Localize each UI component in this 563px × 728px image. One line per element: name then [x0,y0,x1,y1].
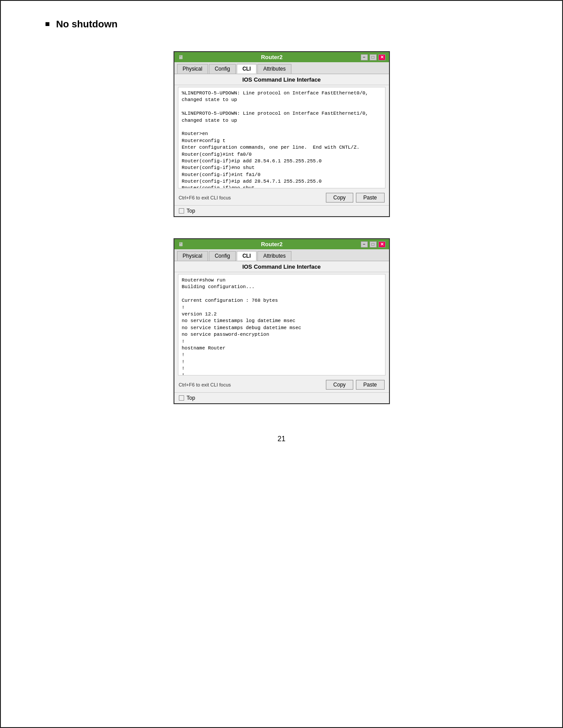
page: ■ No shutdown 🖥 Router2 – □ ✕ [0,0,563,728]
titlebar-controls-2: – □ ✕ [361,241,385,248]
maximize-btn-1[interactable]: □ [370,54,377,60]
top-checkbox-1[interactable] [179,208,184,214]
titlebar-controls-1: – □ ✕ [361,54,385,60]
copy-button-1[interactable]: Copy [326,193,353,203]
tab-physical-1[interactable]: Physical [177,64,208,74]
close-btn-1[interactable]: ✕ [378,54,385,60]
router-icon-1: 🖥 [178,54,183,60]
tab-config-2[interactable]: Config [209,251,236,261]
cli-area-1[interactable]: %LINEPROTO-5-UPDOWN: Line protocol on In… [178,87,385,188]
tab-attributes-2[interactable]: Attributes [257,251,291,261]
titlebar-2: 🖥 Router2 – □ ✕ [174,239,389,249]
minimize-btn-2[interactable]: – [361,241,368,248]
window-title-1: Router2 [183,54,361,60]
tab-attributes-1[interactable]: Attributes [257,64,291,74]
page-number: 21 [27,435,536,443]
section-title-1: IOS Command Line Interface [174,74,389,85]
router-window-1: 🖥 Router2 – □ ✕ Physical Config CLI Attr… [174,51,390,217]
top-label-1: Top [187,208,195,214]
cli-footer-1: Ctrl+F6 to exit CLI focus Copy Paste [174,190,389,205]
cli-hint-2: Ctrl+F6 to exit CLI focus [179,382,231,387]
window-title-2: Router2 [183,241,361,248]
router-icon-2: 🖥 [178,241,183,248]
top-label-2: Top [187,395,195,401]
btn-group-1: Copy Paste [326,193,385,203]
tab-cli-2[interactable]: CLI [237,251,257,261]
minimize-btn-1[interactable]: – [361,54,368,60]
titlebar-1: 🖥 Router2 – □ ✕ [174,52,389,62]
windows-wrapper: 🖥 Router2 – □ ✕ Physical Config CLI Attr… [27,43,536,417]
paste-button-1[interactable]: Paste [356,193,385,203]
tab-bar-1: Physical Config CLI Attributes [174,62,389,74]
cli-footer-2: Ctrl+F6 to exit CLI focus Copy Paste [174,377,389,392]
copy-button-2[interactable]: Copy [326,380,353,390]
window-footer-1: Top [174,205,389,216]
tab-physical-2[interactable]: Physical [177,251,208,261]
top-checkbox-2[interactable] [179,395,184,401]
tab-bar-2: Physical Config CLI Attributes [174,249,389,261]
tab-config-1[interactable]: Config [209,64,236,74]
bullet-icon: ■ [45,19,50,29]
btn-group-2: Copy Paste [326,380,385,390]
bullet-item: ■ No shutdown [45,19,117,30]
section-title-2: IOS Command Line Interface [174,261,389,272]
window-footer-2: Top [174,392,389,403]
maximize-btn-2[interactable]: □ [370,241,377,248]
content-area: ■ No shutdown 🖥 Router2 – □ ✕ [27,19,536,443]
close-btn-2[interactable]: ✕ [378,241,385,248]
bullet-text: No shutdown [56,19,117,30]
titlebar-left-1: 🖥 [178,54,183,60]
titlebar-left-2: 🖥 [178,241,183,248]
tab-cli-1[interactable]: CLI [237,64,257,74]
router-window-2: 🖥 Router2 – □ ✕ Physical Config CLI Attr… [174,238,390,404]
cli-area-2[interactable]: Router#show run Building configuration..… [178,274,385,375]
cli-hint-1: Ctrl+F6 to exit CLI focus [179,195,231,200]
paste-button-2[interactable]: Paste [356,380,385,390]
